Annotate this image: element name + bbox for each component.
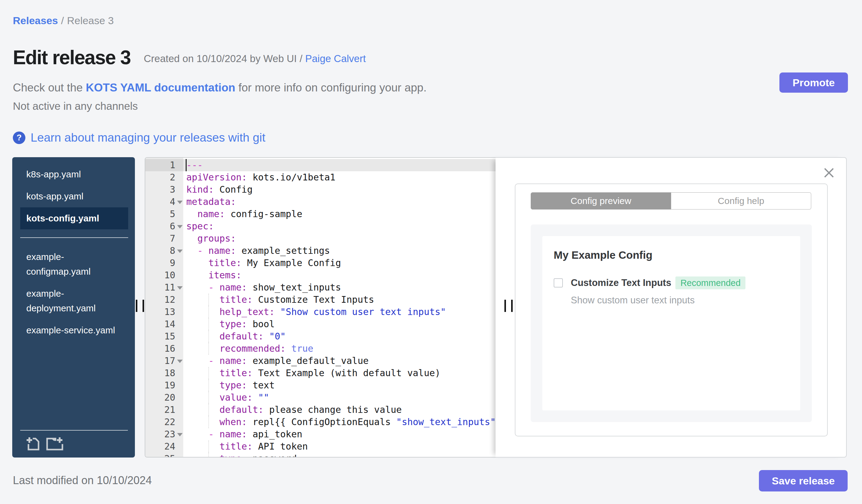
doc-text-suffix: for more info on configuring your app. (235, 81, 427, 94)
line-number: 14 (145, 318, 183, 330)
sidebar-file-item[interactable]: kots-app.yaml (20, 185, 128, 207)
code-line[interactable]: type: bool (183, 318, 496, 330)
created-by-link[interactable]: Paige Calvert (305, 53, 366, 64)
fold-toggle-icon[interactable] (177, 360, 183, 363)
fold-toggle-icon[interactable] (177, 286, 183, 290)
config-item-row: Customize Text Inputs Recommended (554, 277, 789, 289)
line-number: 18 (145, 367, 183, 379)
kots-yaml-docs-link[interactable]: KOTS YAML documentation (86, 81, 236, 94)
sidebar-bottom-toolbar (20, 430, 128, 457)
fold-toggle-icon[interactable] (177, 250, 183, 253)
promote-button[interactable]: Promote (780, 72, 848, 93)
fold-toggle-icon[interactable] (177, 433, 183, 436)
preview-tabbar: Config previewConfig help (531, 193, 811, 210)
breadcrumb: Releases/Release 3 (13, 14, 114, 27)
line-number: 2 (145, 171, 183, 184)
line-number: 17 (145, 355, 183, 367)
code-line[interactable]: metadata: (183, 196, 496, 208)
line-number: 23 (145, 428, 183, 440)
breadcrumb-current: Release 3 (67, 15, 114, 26)
code-line[interactable]: type: text (183, 379, 496, 392)
sidebar-file-item[interactable]: example-service.yaml (20, 319, 128, 341)
customize-text-inputs-checkbox[interactable] (554, 278, 563, 288)
code-line[interactable]: help_text: "Show custom user text inputs… (183, 306, 496, 318)
preview-resize-handle[interactable] (501, 300, 516, 312)
breadcrumb-separator: / (58, 15, 67, 26)
line-number: 16 (145, 343, 183, 355)
sidebar-resize-handle[interactable] (132, 300, 147, 312)
line-number: 8 (145, 245, 183, 257)
code-line[interactable]: kind: Config (183, 184, 496, 196)
yaml-code-editor[interactable]: 1234567891011121314151617181920212223242… (145, 157, 496, 457)
learn-git-link[interactable]: Learn about managing your releases with … (30, 131, 265, 144)
code-line[interactable]: - name: example_settings (183, 245, 496, 257)
config-form: My Example Config Customize Text Inputs … (543, 236, 800, 410)
code-line[interactable]: default: "0" (183, 330, 496, 343)
code-line[interactable]: when: repl{{ ConfigOptionEquals "show_te… (183, 416, 496, 428)
tab-config-preview[interactable]: Config preview (531, 193, 671, 210)
line-number: 22 (145, 416, 183, 428)
tab-config-help[interactable]: Config help (671, 193, 811, 210)
page-title: Edit release 3 (13, 48, 131, 68)
line-number: 21 (145, 404, 183, 416)
save-release-button[interactable]: Save release (759, 470, 848, 491)
question-mark-icon: ? (13, 132, 25, 144)
code-line[interactable]: name: config-sample (183, 208, 496, 220)
file-list: k8s-app.yamlkots-app.yamlkots-config.yam… (20, 163, 128, 341)
sidebar-file-item[interactable]: kots-config.yaml (20, 207, 128, 229)
line-number: 20 (145, 392, 183, 404)
breadcrumb-releases-link[interactable]: Releases (13, 15, 58, 26)
line-number: 19 (145, 379, 183, 392)
created-text: Created on 10/10/2024 by Web UI / (144, 53, 305, 64)
code-line[interactable]: default: please change this value (183, 404, 496, 416)
config-card: Config previewConfig help My Example Con… (515, 184, 828, 436)
code-line[interactable]: items: (183, 269, 496, 281)
code-line[interactable]: - name: example_default_value (183, 355, 496, 367)
code-line[interactable]: title: API token (183, 440, 496, 453)
code-line[interactable]: value: "" (183, 392, 496, 404)
code-line[interactable]: - name: show_text_inputs (183, 281, 496, 294)
code-line[interactable]: --- (183, 159, 496, 171)
close-icon[interactable] (823, 167, 835, 178)
code-line[interactable]: recommended: true (183, 343, 496, 355)
fold-toggle-icon[interactable] (177, 201, 183, 204)
line-number: 12 (145, 294, 183, 306)
preview-body: My Example Config Customize Text Inputs … (531, 225, 812, 422)
line-number: 1 (145, 159, 183, 171)
learn-git-line: ? Learn about managing your releases wit… (13, 131, 265, 144)
code-line[interactable]: apiVersion: kots.io/v1beta1 (183, 171, 496, 184)
checkbox-label[interactable]: Customize Text Inputs (571, 277, 671, 288)
fold-toggle-icon[interactable] (177, 225, 183, 228)
code-line[interactable]: - name: api_token (183, 428, 496, 440)
file-sidebar: k8s-app.yamlkots-app.yamlkots-config.yam… (12, 157, 135, 457)
code-line[interactable]: spec: (183, 220, 496, 233)
line-number: 24 (145, 440, 183, 453)
line-number: 3 (145, 184, 183, 196)
code-line[interactable]: title: Customize Text Inputs (183, 294, 496, 306)
line-number: 5 (145, 208, 183, 220)
code-line[interactable]: title: My Example Config (183, 257, 496, 269)
editor-code-area[interactable]: ---apiVersion: kots.io/v1beta1kind: Conf… (183, 158, 496, 457)
workspace: k8s-app.yamlkots-app.yamlkots-config.yam… (12, 157, 847, 457)
code-line[interactable]: groups: (183, 233, 496, 245)
line-number: 25 (145, 453, 183, 457)
recommended-badge: Recommended (676, 277, 745, 289)
sidebar-divider (20, 237, 128, 238)
code-line[interactable]: title: Text Example (with default value) (183, 367, 496, 379)
add-file-icon[interactable] (26, 436, 40, 451)
line-number: 6 (145, 220, 183, 233)
line-number: 10 (145, 269, 183, 281)
sidebar-file-item[interactable]: k8s-app.yaml (20, 163, 128, 185)
sidebar-file-item[interactable]: example-configmap.yaml (20, 246, 128, 282)
config-item-help-text: Show custom user text inputs (571, 294, 789, 306)
config-group-title: My Example Config (554, 248, 789, 262)
sidebar-file-item[interactable]: example-deployment.yaml (20, 282, 128, 319)
add-folder-icon[interactable] (45, 436, 64, 451)
line-number: 9 (145, 257, 183, 269)
edit-release-page: Releases/Release 3 Edit release 3 Create… (0, 0, 862, 504)
line-number: 7 (145, 233, 183, 245)
config-preview-panel: Config previewConfig help My Example Con… (496, 157, 847, 457)
channel-status-text: Not active in any channels (13, 99, 138, 113)
code-line[interactable]: type: password (183, 453, 496, 457)
line-number: 15 (145, 330, 183, 343)
